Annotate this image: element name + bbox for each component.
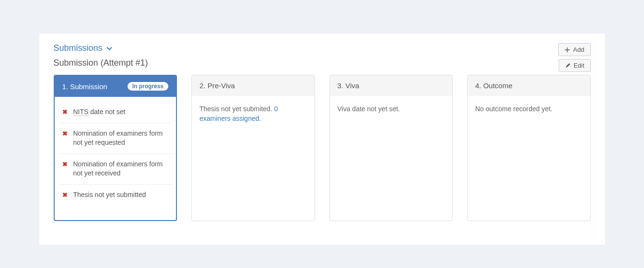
card-viva[interactable]: 3. Viva Viva date not yet set. (329, 75, 453, 221)
card-viva-body: Viva date not yet set. (330, 96, 453, 125)
list-item: ✖ NITS date not set (59, 102, 173, 123)
submissions-panel: Submissions Submission (Attempt #1) Add … (39, 34, 605, 245)
panel-header: Submissions Submission (Attempt #1) Add … (54, 43, 591, 75)
title-group: Submissions Submission (Attempt #1) (54, 43, 559, 75)
action-buttons: Add Edit (558, 43, 590, 72)
card-viva-title: 3. Viva (338, 82, 360, 90)
previva-text: Thesis not yet submited. (199, 105, 274, 113)
card-submission[interactable]: 1. Submission In progress ✖ NITS date no… (54, 75, 177, 221)
list-item: ✖ Nomination of examiners form not yet r… (59, 123, 173, 154)
nits-abbr: NITS (73, 108, 89, 116)
card-previva-title: 2. Pre-Viva (199, 82, 235, 90)
item-text: Nomination of examiners form not yet rec… (73, 160, 169, 178)
card-submission-header: 1. Submission In progress (55, 76, 176, 97)
card-outcome-title: 4. Outcome (475, 82, 513, 90)
add-button[interactable]: Add (558, 43, 590, 56)
section-title-text: Submissions (54, 43, 103, 53)
edit-button[interactable]: Edit (559, 59, 590, 72)
card-outcome-body: No outcome recorded yet. (468, 96, 590, 125)
item-text: Thesis not yet submitted (73, 190, 146, 200)
list-item: ✖ Thesis not yet submitted (59, 185, 173, 206)
plus-icon (564, 47, 570, 53)
section-title[interactable]: Submissions (54, 43, 559, 53)
list-item: ✖ Nomination of examiners form not yet r… (59, 154, 173, 185)
pencil-icon (565, 63, 571, 69)
card-submission-title: 1. Submission (62, 82, 107, 91)
item-text: NITS date not set (73, 107, 126, 117)
card-outcome[interactable]: 4. Outcome No outcome recorded yet. (467, 75, 591, 221)
x-icon: ✖ (62, 129, 68, 138)
x-icon: ✖ (62, 108, 68, 117)
card-submission-body: ✖ NITS date not set ✖ Nomination of exam… (55, 97, 176, 220)
chevron-down-icon (106, 46, 112, 51)
card-previva-header: 2. Pre-Viva (192, 75, 315, 96)
card-viva-header: 3. Viva (330, 75, 453, 96)
x-icon: ✖ (62, 191, 68, 199)
item-text: Nomination of examiners form not yet req… (73, 129, 169, 148)
submission-subtitle: Submission (Attempt #1) (54, 58, 559, 68)
stage-cards: 1. Submission In progress ✖ NITS date no… (54, 75, 591, 221)
card-previva[interactable]: 2. Pre-Viva Thesis not yet submited. 0 e… (191, 75, 315, 221)
edit-button-label: Edit (574, 62, 584, 69)
add-button-label: Add (573, 46, 584, 53)
submission-checklist: ✖ NITS date not set ✖ Nomination of exam… (59, 102, 173, 206)
x-icon: ✖ (62, 160, 68, 169)
card-outcome-header: 4. Outcome (468, 75, 590, 96)
status-badge: In progress (128, 82, 168, 91)
card-previva-body: Thesis not yet submited. 0 examiners ass… (192, 96, 315, 134)
